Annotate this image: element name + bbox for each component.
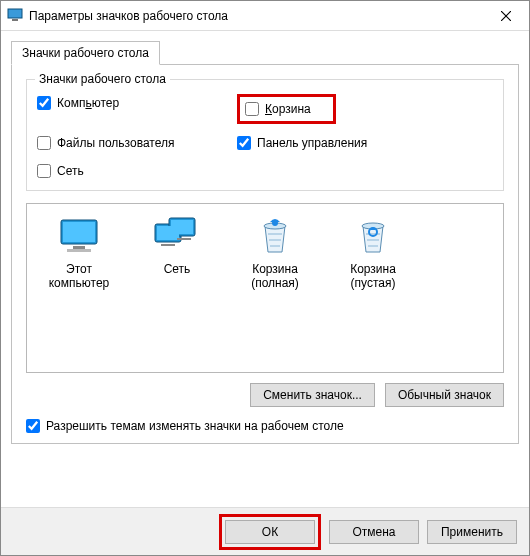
allow-themes-checkbox[interactable] [26,419,40,433]
dialog-footer: ОК Отмена Применить [1,507,529,555]
dialog-window: Параметры значков рабочего стола Значки … [0,0,530,556]
icon-row: Этот компьютерСетьКорзина(полная)Корзина… [35,216,495,291]
tab-panel: Значки рабочего стола КомпьютерКорзинаФа… [11,64,519,444]
icon-item-0[interactable]: Этот компьютер [35,216,123,291]
checkbox-0[interactable]: Компьютер [37,94,237,112]
icon-preview-box: Этот компьютерСетьКорзина(полная)Корзина… [26,203,504,373]
window-title: Параметры значков рабочего стола [29,9,483,23]
icon-label-3: Корзина(пустая) [329,262,417,291]
svg-rect-11 [157,226,179,240]
ok-highlight: ОК [219,514,321,550]
checkbox-4[interactable]: Сеть [37,162,237,180]
icon-item-1[interactable]: Сеть [133,216,221,291]
icon-buttons-row: Сменить значок... Обычный значок [26,383,504,407]
close-icon [501,11,511,21]
app-icon [7,6,23,25]
close-button[interactable] [483,1,529,31]
checkbox-input-4[interactable] [37,164,51,178]
checkbox-input-1[interactable] [245,102,259,116]
icon-item-3[interactable]: Корзина(пустая) [329,216,417,291]
checkbox-input-2[interactable] [37,136,51,150]
svg-rect-0 [8,9,22,18]
svg-marker-14 [265,226,285,252]
svg-rect-6 [73,246,85,249]
svg-rect-5 [63,222,95,242]
checkbox-2[interactable]: Файлы пользователя [37,134,237,152]
icon-label-1: Сеть [133,262,221,276]
svg-rect-13 [177,238,191,240]
svg-rect-12 [161,244,175,246]
icon-item-2[interactable]: Корзина(полная) [231,216,319,291]
titlebar: Параметры значков рабочего стола [1,1,529,31]
checkbox-label-1: Корзина [265,102,311,116]
svg-rect-1 [12,19,18,21]
checkbox-label-2: Файлы пользователя [57,136,174,150]
checkbox-1[interactable]: Корзина [245,100,311,118]
checkbox-label-0: Компьютер [57,96,119,110]
group-legend: Значки рабочего стола [35,72,170,86]
icon-label-2: Корзина(полная) [231,262,319,291]
checkbox-3[interactable]: Панель управления [237,134,437,152]
default-icon-button[interactable]: Обычный значок [385,383,504,407]
ok-button[interactable]: ОК [225,520,315,544]
checkbox-label-4: Сеть [57,164,84,178]
allow-themes-label: Разрешить темам изменять значки на рабоч… [46,419,344,433]
highlight-recycle-bin: Корзина [237,94,336,124]
apply-button[interactable]: Применить [427,520,517,544]
svg-rect-7 [67,249,91,252]
allow-themes-row[interactable]: Разрешить темам изменять значки на рабоч… [26,419,504,433]
tab-strip: Значки рабочего стола [11,41,519,65]
checkbox-label-3: Панель управления [257,136,367,150]
content-area: Значки рабочего стола Значки рабочего ст… [1,31,529,444]
group-desktop-icons: Значки рабочего стола КомпьютерКорзинаФа… [26,79,504,191]
icon-label-0: Этот компьютер [35,262,123,291]
checkbox-grid: КомпьютерКорзинаФайлы пользователяПанель… [37,94,493,180]
svg-point-16 [272,220,278,226]
checkbox-input-3[interactable] [237,136,251,150]
tab-desktop-icons[interactable]: Значки рабочего стола [11,41,160,65]
change-icon-button[interactable]: Сменить значок... [250,383,375,407]
cancel-button[interactable]: Отмена [329,520,419,544]
checkbox-input-0[interactable] [37,96,51,110]
